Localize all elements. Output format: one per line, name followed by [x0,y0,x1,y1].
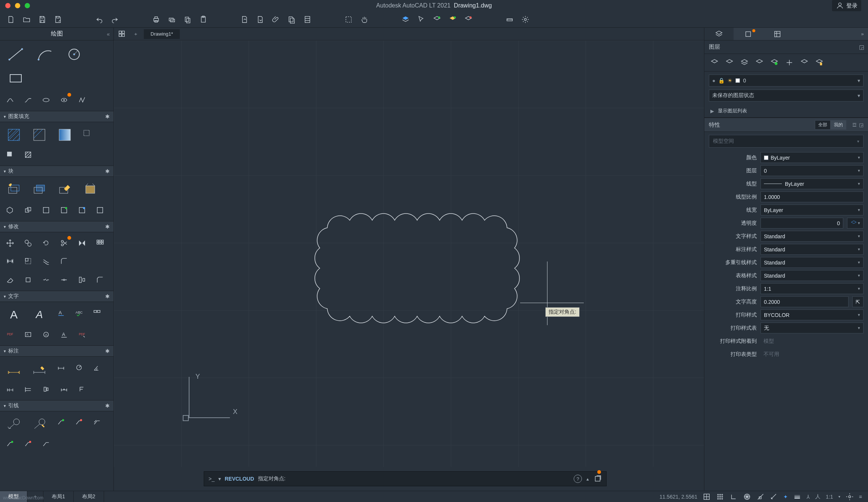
align-tool[interactable] [74,272,90,288]
prop-color[interactable]: ByLayer▾ [761,152,864,163]
ellipse-tool[interactable] [38,92,54,108]
dim-cont-tool[interactable] [2,381,18,397]
login-button[interactable]: 登录 [832,0,861,11]
dyn-toggle[interactable]: ✦ [783,494,788,500]
boundary-tool[interactable] [79,125,94,141]
expand-layer-list[interactable]: ▶显示图层列表 [704,105,868,118]
layer-combo[interactable]: ● 🔒 ☀ 0 ▾ [709,75,864,87]
move-tool[interactable] [2,235,18,251]
open-button[interactable] [21,14,32,25]
prop-annoscale[interactable]: 1:1▾ [761,283,864,294]
panel-block[interactable]: ▾块✱ [0,166,113,177]
new-tab-button[interactable]: ＋ [130,29,141,39]
prop-ltscale[interactable]: 1.0000 [761,191,864,202]
dim-base-tool[interactable] [20,381,36,397]
layer-off-button[interactable] [463,14,474,25]
leader-style-tool[interactable] [20,436,36,452]
point-tool[interactable] [74,92,90,108]
gear-icon[interactable]: ✱ [105,168,110,174]
panel-text[interactable]: ▾文字✱ [0,291,113,302]
layer-props-button[interactable] [400,14,411,25]
text-tool[interactable]: A [28,305,51,324]
polar-toggle[interactable] [743,493,751,501]
layer-walk-icon[interactable] [814,58,825,67]
prop-plotstyle[interactable]: BYCOLOR▾ [761,309,864,320]
cmd-popout-icon[interactable] [594,475,602,483]
undo-button[interactable] [94,14,105,25]
join-tool[interactable] [56,272,72,288]
paste-button[interactable] [198,14,209,25]
seg-mine[interactable]: 我的 [831,120,846,130]
hatch-edit-tool[interactable] [20,147,36,163]
rtab-layers[interactable] [704,28,734,40]
workspace-toggle[interactable] [846,493,854,501]
text-scale-tool[interactable]: A [38,327,54,342]
layer-state-combo[interactable]: 未保存的图层状态▾ [709,90,864,102]
attach-button[interactable] [270,14,282,25]
grid-toggle[interactable] [702,493,711,501]
block-base-tool[interactable] [38,202,54,218]
block-ref-tool[interactable] [74,202,90,218]
layer-match-icon[interactable] [754,58,765,67]
zoom-ext-button[interactable] [343,14,354,25]
text-align-tool[interactable]: A [56,327,72,342]
redo-button[interactable] [109,14,121,25]
gear-icon[interactable]: ✱ [105,293,110,299]
layer-lock-icon[interactable] [739,58,750,67]
window-max-icon[interactable] [25,3,30,8]
rotate-tool[interactable] [38,235,54,251]
anno-scale-toggle[interactable]: 人 [815,493,820,500]
layer-uniso-icon[interactable] [799,58,810,67]
prop-textheight[interactable]: 0.2000 [761,296,849,307]
print-button[interactable] [151,14,162,25]
gear-icon[interactable]: ✱ [105,403,110,409]
array-tool[interactable] [92,235,108,251]
prop-plottable[interactable]: 无▾ [761,323,864,333]
gear-icon[interactable]: ✱ [105,348,110,354]
spellcheck-tool[interactable]: ABC [71,305,87,321]
rectangle-tool[interactable] [2,67,29,89]
block-def-tool[interactable] [56,202,72,218]
save-button[interactable] [37,14,48,25]
seg-all[interactable]: 全部 [815,120,831,130]
erase-tool[interactable] [2,272,18,288]
rtab-xref[interactable] [763,28,792,40]
measure-button[interactable] [504,14,515,25]
block-attr-tool[interactable] [79,180,102,199]
panel-modify[interactable]: ▾修改✱ [0,221,113,232]
copy-tool[interactable] [20,235,36,251]
text-find-tool[interactable]: A [20,327,36,342]
prop-linetype[interactable]: ByLayer▾ [761,178,864,189]
leader-edit-tool[interactable] [28,414,51,434]
collapse-icon[interactable]: « [107,31,110,37]
lw-toggle[interactable] [793,493,801,501]
block-sync-tool[interactable] [20,202,36,218]
scale-display[interactable]: 1:1 [826,494,833,500]
dim-ord-tool[interactable] [38,381,54,397]
line-tool[interactable] [2,43,29,65]
hatch-solid-tool[interactable] [28,125,51,145]
leader-align-tool[interactable] [89,414,105,430]
sheet-button[interactable] [302,14,313,25]
layer-new-button[interactable] [431,14,443,25]
region-tool[interactable] [2,147,18,163]
scale-tool[interactable] [20,253,36,269]
dim-over-tool[interactable] [74,381,90,397]
mtext-tool[interactable]: A [2,305,25,324]
block-insert-tool[interactable] [28,180,51,199]
layer-iso-icon[interactable] [784,58,795,67]
drawing-canvas[interactable]: ＋ Drawing1* 指定对角点: YX >_▾ REVCLOUD 指定对角点… [114,28,704,491]
prop-mleaderstyle[interactable]: Standard▾ [761,257,864,268]
gear-icon[interactable]: ✱ [105,114,110,120]
custom-toggle[interactable]: ≡ [859,494,862,500]
block-create-tool[interactable] [2,180,25,199]
anno-toggle[interactable]: ⅄ [807,494,810,500]
rtab-blocks[interactable] [734,28,763,40]
mirror-tool[interactable] [74,235,90,251]
ortho-toggle[interactable] [729,493,738,501]
prop-transparency-toggle[interactable]: ▾ [847,218,864,229]
layout1-tab[interactable]: 布局1 [43,491,74,502]
file-tab[interactable]: Drawing1* [144,29,180,39]
layer-on-icon[interactable] [709,58,720,67]
leader-tool-tool[interactable] [38,436,54,452]
